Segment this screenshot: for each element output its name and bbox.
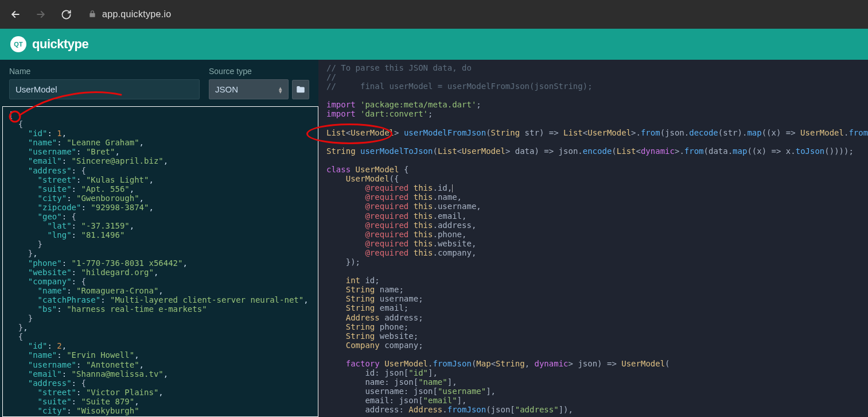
- url-text: app.quicktype.io: [102, 9, 171, 20]
- left-panel: Name Source type JSON ▴▾ [ { "id": 1, "n…: [0, 60, 318, 417]
- code-output[interactable]: // To parse this JSON data, do // // fin…: [318, 60, 868, 417]
- reload-button[interactable]: [57, 6, 75, 23]
- url-bar[interactable]: app.quicktype.io: [83, 9, 861, 20]
- source-type-value: JSON: [215, 84, 238, 94]
- chevron-updown-icon: ▴▾: [279, 86, 282, 93]
- forward-button[interactable]: [32, 6, 49, 23]
- right-panel: // To parse this JSON data, do // // fin…: [318, 60, 868, 417]
- json-input-editor[interactable]: [ { "id": 1, "name": "Leanne Graham", "u…: [2, 106, 318, 417]
- back-button[interactable]: [7, 6, 24, 23]
- app-header: QT quicktype: [0, 29, 868, 60]
- source-type-select[interactable]: JSON ▴▾: [209, 79, 289, 99]
- controls-row: Name Source type JSON ▴▾: [0, 60, 318, 104]
- workspace: Name Source type JSON ▴▾ [ { "id": 1, "n…: [0, 60, 868, 417]
- open-folder-button[interactable]: [292, 80, 309, 99]
- source-type-label: Source type: [209, 67, 309, 76]
- name-input[interactable]: [9, 79, 200, 99]
- browser-chrome: app.quicktype.io: [0, 0, 868, 29]
- lock-icon: [88, 10, 96, 20]
- app-logo-icon: QT: [10, 36, 26, 52]
- name-label: Name: [9, 67, 200, 76]
- app-name: quicktype: [32, 37, 88, 52]
